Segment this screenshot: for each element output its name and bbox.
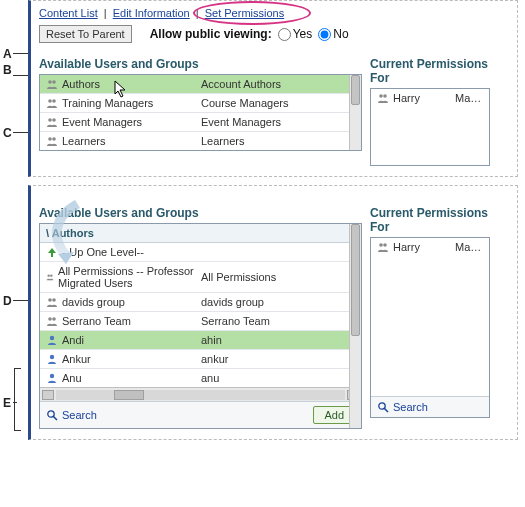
row-desc: ahin <box>201 334 355 346</box>
available-users-title: Available Users and Groups <box>39 206 362 220</box>
up-one-level-row[interactable]: --Up One Level-- <box>40 243 361 262</box>
svg-point-12 <box>48 298 52 302</box>
row-desc: Account Authors <box>201 78 355 90</box>
allow-yes-label: Yes <box>293 27 313 41</box>
svg-point-18 <box>50 374 54 378</box>
svg-point-8 <box>379 94 383 98</box>
list-row[interactable]: LearnersLearners <box>40 132 361 150</box>
row-desc: All Permissions <box>201 271 355 283</box>
list-row[interactable]: Anuanu <box>40 369 361 387</box>
svg-point-10 <box>47 274 49 276</box>
search-link[interactable]: Search <box>46 409 97 421</box>
vertical-scrollbar[interactable] <box>349 75 361 150</box>
row-desc: Learners <box>201 135 355 147</box>
current-permissions-list: HarryManag <box>370 88 490 166</box>
row-desc: Course Managers <box>201 97 355 109</box>
list-row[interactable]: davids groupdavids group <box>40 293 361 312</box>
user-icon <box>46 372 58 384</box>
row-desc: Serrano Team <box>201 315 355 327</box>
list-row[interactable]: Serrano TeamSerrano Team <box>40 312 361 331</box>
row-desc: ankur <box>201 353 355 365</box>
allow-public-label: Allow public viewing: <box>150 27 272 41</box>
svg-point-4 <box>48 118 52 122</box>
list-row[interactable]: HarryManag <box>371 238 489 256</box>
user-icon <box>46 353 58 365</box>
horizontal-scrollbar[interactable] <box>40 387 361 401</box>
row-name: Harry <box>393 241 420 253</box>
breadcrumb-row: \ Authors <box>40 224 361 243</box>
svg-line-20 <box>54 417 58 421</box>
svg-point-15 <box>52 317 56 321</box>
tab-bar: Content List | Edit Information | Set Pe… <box>39 7 509 19</box>
svg-point-14 <box>48 317 52 321</box>
group-icon <box>46 97 58 109</box>
annotation-e: E <box>3 396 11 410</box>
svg-point-2 <box>48 99 52 103</box>
allow-no-label: No <box>333 27 348 41</box>
svg-point-6 <box>48 137 52 141</box>
search-label: Search <box>62 409 97 421</box>
list-row[interactable]: Andiahin <box>40 331 361 350</box>
annotation-d: D <box>3 294 12 308</box>
available-users-list: \ Authors --Up One Level-- All Permissio… <box>39 223 362 429</box>
search-icon <box>377 401 389 413</box>
vertical-scrollbar[interactable] <box>349 224 361 428</box>
row-name: Learners <box>62 135 105 147</box>
search-label: Search <box>393 401 428 413</box>
current-permissions-title: Current Permissions For <box>370 206 490 234</box>
group-icon <box>46 116 58 128</box>
svg-point-22 <box>383 243 387 247</box>
reset-to-parent-button[interactable]: Reset To Parent <box>39 25 132 43</box>
list-row[interactable]: All Permissions -- Professor Migrated Us… <box>40 262 361 293</box>
group-icon <box>46 271 54 283</box>
svg-point-7 <box>52 137 56 141</box>
tab-content-list[interactable]: Content List <box>39 7 98 19</box>
svg-point-3 <box>52 99 56 103</box>
list-row[interactable]: Event ManagersEvent Managers <box>40 113 361 132</box>
current-permissions-list: HarryManag Search <box>370 237 490 418</box>
up-one-level-label: --Up One Level-- <box>62 246 144 258</box>
annotation-c: C <box>3 126 12 140</box>
user-icon <box>46 334 58 346</box>
group-icon <box>46 296 58 308</box>
list-row[interactable]: HarryManag <box>371 89 489 107</box>
list-row[interactable]: Training ManagersCourse Managers <box>40 94 361 113</box>
panel-top: Content List | Edit Information | Set Pe… <box>28 0 518 177</box>
svg-point-9 <box>383 94 387 98</box>
tab-set-permissions[interactable]: Set Permissions <box>205 7 284 19</box>
row-name: Event Managers <box>62 116 142 128</box>
row-desc: Manag <box>455 92 483 104</box>
list-row[interactable]: AuthorsAccount Authors <box>40 75 361 94</box>
row-desc: anu <box>201 372 355 384</box>
row-name: Harry <box>393 92 420 104</box>
search-icon <box>46 409 58 421</box>
list-row[interactable]: Ankurankur <box>40 350 361 369</box>
search-link[interactable]: Search <box>377 401 428 413</box>
tab-separator: | <box>196 7 199 19</box>
svg-point-1 <box>52 80 56 84</box>
row-name: Anu <box>62 372 82 384</box>
breadcrumb-text: \ Authors <box>46 227 94 239</box>
allow-no-option[interactable]: No <box>318 27 348 41</box>
row-desc: davids group <box>201 296 355 308</box>
group-icon <box>46 135 58 147</box>
tab-edit-information[interactable]: Edit Information <box>113 7 190 19</box>
annotation-b: B <box>3 63 12 77</box>
row-name: davids group <box>62 296 125 308</box>
allow-public-viewing-group: Allow public viewing: Yes No <box>150 27 349 41</box>
annotation-bracket <box>14 368 15 431</box>
panel-bottom: Available Users and Groups \ Authors --U… <box>28 185 518 440</box>
svg-line-24 <box>385 409 389 413</box>
annotation-line <box>13 402 17 403</box>
row-name: Andi <box>62 334 84 346</box>
allow-yes-option[interactable]: Yes <box>278 27 313 41</box>
svg-point-23 <box>379 403 385 409</box>
tab-separator: | <box>104 7 107 19</box>
available-users-list: AuthorsAccount AuthorsTraining ManagersC… <box>39 74 362 151</box>
up-level-icon <box>46 246 58 258</box>
row-name: Training Managers <box>62 97 153 109</box>
svg-point-11 <box>50 274 52 276</box>
row-desc: Event Managers <box>201 116 355 128</box>
group-icon <box>377 92 389 104</box>
row-desc: Manag <box>455 241 483 253</box>
